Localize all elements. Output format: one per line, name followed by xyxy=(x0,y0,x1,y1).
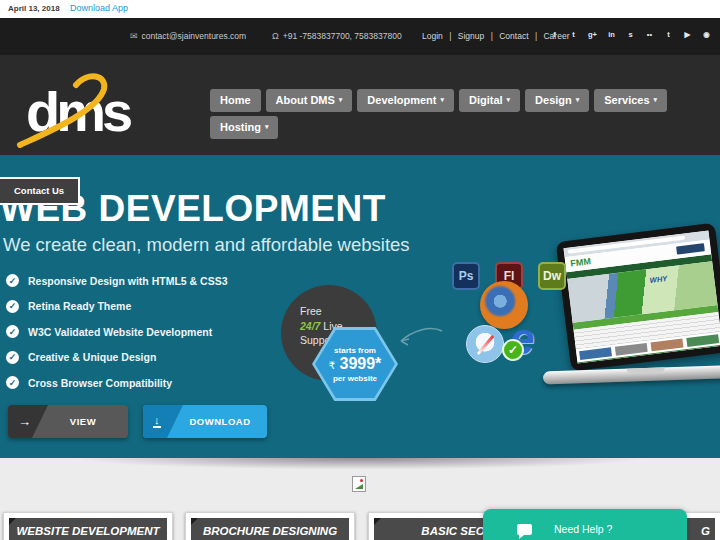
separator: | xyxy=(491,31,493,41)
date-text: April 13, 2018 xyxy=(8,4,60,13)
youtube-icon[interactable]: ▶ xyxy=(682,29,693,40)
main-nav: Home About DMS▾ Development▾ Digital▾ De… xyxy=(210,89,690,139)
chevron-down-icon: ▾ xyxy=(339,96,343,104)
check-icon: ✓ xyxy=(6,351,19,364)
separator: | xyxy=(449,31,451,41)
broken-image-icon xyxy=(352,476,366,492)
laptop-base xyxy=(543,364,720,384)
headset-icon: Ω xyxy=(272,31,279,41)
page: April 13, 2018 Download App ✉contact@sja… xyxy=(0,0,720,540)
feature-item: ✓W3C Validated Website Development xyxy=(6,319,228,345)
price-per-text: per website xyxy=(333,374,377,383)
card-title: WEBSITE DEVELOPMENT xyxy=(9,518,167,540)
social-icons: f t g+ in s •• t ▶ ◉ xyxy=(549,29,712,40)
price-badge: starts from ₹ 3999* per website xyxy=(312,327,398,401)
hero-buttons: → VIEW DETAILS ↓ DOWNLOAD APP xyxy=(8,405,267,438)
rupee-icon: ₹ xyxy=(329,360,335,371)
card-website-development[interactable]: WEBSITE DEVELOPMENT xyxy=(3,512,173,540)
nav-about-dms[interactable]: About DMS▾ xyxy=(266,89,353,112)
contact-link[interactable]: Contact xyxy=(499,31,528,41)
skype-icon[interactable]: s xyxy=(625,29,636,40)
download-icon: ↓ xyxy=(143,405,183,438)
phone-text: +91 -7583837700, 7583837800 xyxy=(283,31,402,41)
contact-email[interactable]: ✉contact@sjainventures.com xyxy=(130,31,246,41)
logo-text: dms xyxy=(26,79,129,144)
nav-home[interactable]: Home xyxy=(210,89,261,112)
contact-phone: Ω+91 -7583837700, 7583837800 xyxy=(272,31,402,41)
check-icon: ✓ xyxy=(6,274,19,287)
view-details-button[interactable]: → VIEW DETAILS xyxy=(8,405,128,438)
chat-bubble-icon xyxy=(517,524,532,535)
laptop-screen: FMM WHY xyxy=(556,223,720,372)
feature-item: ✓Cross Browser Compatibility xyxy=(6,370,228,396)
contact-us-button[interactable]: Contact Us xyxy=(0,177,80,205)
nav-services[interactable]: Services▾ xyxy=(594,89,667,112)
nav-hosting[interactable]: Hosting▾ xyxy=(210,116,278,139)
chevron-down-icon: ▾ xyxy=(265,123,269,131)
download-app-link[interactable]: Download App xyxy=(70,3,128,13)
green-check-icon: ✓ xyxy=(502,339,524,361)
brand-nav-bar: dms Home About DMS▾ Development▾ Digital… xyxy=(0,55,720,155)
separator: | xyxy=(535,31,537,41)
price-starts-text: starts from xyxy=(334,346,376,355)
download-app-button[interactable]: ↓ DOWNLOAD APP xyxy=(143,405,267,438)
chevron-down-icon: ▾ xyxy=(576,96,580,104)
chevron-down-icon: ▾ xyxy=(440,96,444,104)
arrow-right-icon: → xyxy=(8,405,48,438)
feature-item: ✓Responsive Design with HTML5 & CSS3 xyxy=(6,268,228,294)
twitter-icon[interactable]: t xyxy=(568,29,579,40)
check-icon: ✓ xyxy=(6,325,19,338)
signup-link[interactable]: Signup xyxy=(458,31,484,41)
card-title: BROCHURE DESIGNING xyxy=(191,518,349,540)
browser-icons: e ✓ xyxy=(466,281,558,367)
services-section: WEBSITE DEVELOPMENT BROCHURE DESIGNING B… xyxy=(0,458,720,540)
price-amount: ₹ 3999* xyxy=(329,355,382,374)
feature-item: ✓Retina Ready Theme xyxy=(6,294,228,320)
tumblr-icon[interactable]: t xyxy=(663,29,674,40)
safari-icon xyxy=(466,325,504,363)
contact-bar: ✉contact@sjainventures.com Ω+91 -7583837… xyxy=(0,18,720,55)
chevron-down-icon: ▾ xyxy=(654,96,658,104)
login-link[interactable]: Login xyxy=(422,31,443,41)
nav-design[interactable]: Design▾ xyxy=(525,89,589,112)
check-icon: ✓ xyxy=(6,376,19,389)
email-icon: ✉ xyxy=(130,31,138,41)
hero-banner: Contact Us WEB DEVELOPMENT We create cle… xyxy=(0,155,720,458)
hero-subtitle: We create clean, modern and affordable w… xyxy=(3,234,410,256)
google-plus-icon[interactable]: g+ xyxy=(587,29,598,40)
flickr-icon[interactable]: •• xyxy=(644,29,655,40)
check-icon: ✓ xyxy=(6,300,19,313)
top-bar: April 13, 2018 Download App xyxy=(0,0,720,18)
chevron-down-icon: ▾ xyxy=(507,96,511,104)
laptop-site-brand: FMM xyxy=(570,256,592,268)
email-text: contact@sjainventures.com xyxy=(142,31,247,41)
facebook-icon[interactable]: f xyxy=(549,29,560,40)
dms-logo[interactable]: dms xyxy=(12,61,132,153)
feature-list: ✓Responsive Design with HTML5 & CSS3 ✓Re… xyxy=(6,268,228,396)
need-help-label: Need Help ? xyxy=(554,523,612,535)
nav-development[interactable]: Development▾ xyxy=(357,89,454,112)
sketch-arrow-icon xyxy=(396,325,444,351)
nav-digital[interactable]: Digital▾ xyxy=(459,89,520,112)
linkedin-icon[interactable]: in xyxy=(606,29,617,40)
need-help-widget[interactable]: Need Help ? xyxy=(483,509,687,540)
feature-item: ✓Creative & Unique Design xyxy=(6,345,228,371)
card-brochure-designing[interactable]: BROCHURE DESIGNING xyxy=(185,512,355,540)
rss-icon[interactable]: ◉ xyxy=(701,29,712,40)
laptop-site-headline: WHY xyxy=(649,274,667,285)
laptop-image: FMM WHY xyxy=(543,232,720,394)
